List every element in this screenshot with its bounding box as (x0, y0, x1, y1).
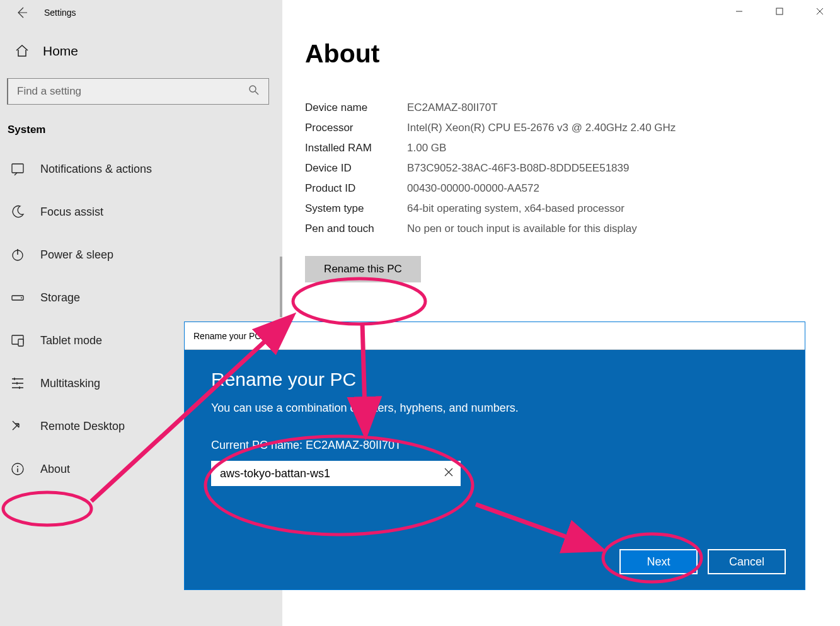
spec-pen-touch: Pen and touchNo pen or touch input is av… (305, 219, 840, 239)
sidebar-item-power-sleep[interactable]: Power & sleep (0, 233, 282, 276)
back-arrow-icon (16, 6, 28, 19)
svg-rect-1 (12, 164, 23, 173)
power-icon (9, 246, 26, 263)
sidebar-item-notifications[interactable]: Notifications & actions (0, 148, 282, 190)
spec-product-id: Product ID00430-00000-00000-AA572 (305, 178, 840, 199)
home-link[interactable]: Home (0, 25, 282, 59)
current-pc-name-label: Current PC name: EC2AMAZ-80II70T (211, 439, 778, 452)
cancel-button[interactable]: Cancel (708, 549, 786, 574)
minimize-button[interactable] (719, 0, 759, 22)
sidebar-item-label: Power & sleep (40, 248, 113, 262)
sidebar-item-label: About (40, 463, 70, 476)
storage-icon (9, 289, 26, 306)
sidebar-item-label: Focus assist (40, 206, 103, 219)
app-title: Settings (44, 8, 76, 18)
dialog-description: You can use a combination of letters, hy… (211, 402, 778, 415)
minimize-icon (735, 8, 743, 15)
back-button[interactable] (13, 3, 32, 22)
svg-rect-9 (776, 8, 783, 14)
dialog-heading: Rename your PC (211, 369, 778, 390)
sidebar-item-storage[interactable]: Storage (0, 276, 282, 319)
moon-icon (9, 204, 26, 220)
svg-point-0 (250, 86, 256, 92)
sidebar-item-label: Multitasking (40, 377, 100, 390)
dialog-titlebar[interactable]: Rename your PC (185, 322, 805, 350)
svg-point-8 (17, 466, 18, 467)
window-controls (719, 0, 840, 22)
svg-rect-6 (18, 339, 23, 346)
maximize-button[interactable] (759, 0, 800, 22)
svg-point-4 (21, 298, 22, 299)
spec-installed-ram: Installed RAM1.00 GB (305, 138, 840, 158)
search-input[interactable]: Find a setting (7, 78, 269, 105)
x-icon (444, 468, 453, 477)
home-label: Home (43, 43, 78, 59)
spec-device-name: Device nameEC2AMAZ-80II70T (305, 98, 840, 118)
next-button[interactable]: Next (619, 549, 698, 574)
close-icon (816, 8, 824, 15)
tablet-icon (9, 332, 26, 349)
info-icon (9, 461, 26, 477)
home-icon (14, 43, 30, 59)
rename-pc-dialog: Rename your PC Rename your PC You can us… (184, 322, 805, 590)
sidebar-item-focus-assist[interactable]: Focus assist (0, 190, 282, 233)
clear-input-button[interactable] (444, 468, 453, 479)
spec-processor: ProcessorIntel(R) Xeon(R) CPU E5-2676 v3… (305, 118, 840, 138)
search-placeholder: Find a setting (17, 85, 81, 98)
section-header: System (0, 124, 282, 148)
sidebar-item-label: Notifications & actions (40, 163, 152, 176)
rename-this-pc-button[interactable]: Rename this PC (305, 256, 421, 282)
sidebar-item-label: Remote Desktop (40, 420, 125, 433)
sidebar-item-label: Tablet mode (40, 334, 102, 347)
device-specs-table: Device nameEC2AMAZ-80II70T ProcessorInte… (282, 69, 840, 239)
pc-name-input-wrap (211, 461, 461, 486)
spec-device-id: Device IDB73C9052-38AC-46F3-B08D-8DDD5EE… (305, 158, 840, 178)
search-icon (248, 84, 260, 98)
multitasking-icon (9, 375, 26, 391)
spec-system-type: System type64-bit operating system, x64-… (305, 199, 840, 219)
pc-name-input[interactable] (211, 461, 461, 486)
maximize-icon (776, 8, 783, 15)
close-button[interactable] (800, 0, 840, 22)
sidebar-item-label: Storage (40, 291, 80, 304)
notifications-icon (9, 161, 26, 177)
remote-desktop-icon (9, 418, 26, 434)
